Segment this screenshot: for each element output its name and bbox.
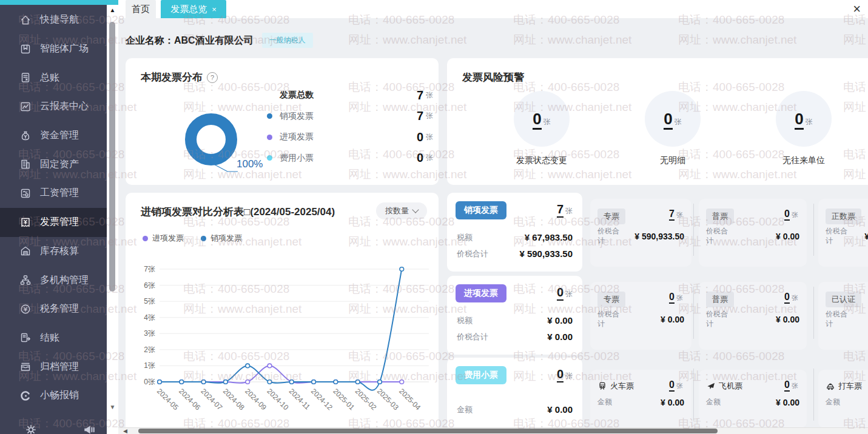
field-value: ¥ 0.00 [547,332,573,342]
legend-row: 销项发票7张 [267,106,433,127]
sidebar-item-archive[interactable]: 归档管理 [0,352,107,381]
risk-count-link[interactable]: 0 [795,110,803,130]
sidebar-item-org[interactable]: 多机构管理 [0,265,107,295]
scroll-left-icon[interactable]: ◀ [123,428,127,434]
vertical-divider [693,204,694,256]
detail-field-value: ¥ 0.00 [776,398,799,407]
mode-dropdown[interactable]: 按数量 [376,202,427,219]
horizontal-scrollbar[interactable]: ◀ [118,427,868,434]
detail-field-value: ¥ 0.00 [776,315,799,324]
summary-main-card: 销项发票7张税额¥ 67,983.50价税合计¥ 590,933.50 [447,193,582,272]
total-label: 发票总数 [280,90,314,101]
detail-field: 金额¥ 0.00 [706,398,799,407]
sidebar-item-assets[interactable]: 固定资产 [0,150,107,179]
summary-count-link[interactable]: 7 [557,202,564,218]
detail-count-link[interactable]: 0 [784,379,790,392]
tab-invoice-overview[interactable]: 发票总览 × [161,0,226,18]
detail-field-value: ¥ 590,933.50 [634,232,684,241]
main-content: 企业名称：ABC酒业有限公司一般纳税人 本期发票分布? 100% 发票总数 7 … [118,18,868,434]
detail-field-label: 价税合计 [597,310,622,329]
risk-label: 无明细 [618,155,727,166]
chart-legend-item[interactable]: 销项发票 [201,233,242,244]
sidebar-item-payroll[interactable]: 工资管理 [0,179,107,208]
summary-count-link[interactable]: 0 [557,367,564,382]
detail-field: 金额 [826,398,868,407]
detail-field-label: 价税合计 [826,310,850,329]
sound-collapse-icon[interactable] [82,423,96,434]
detail-count-link[interactable]: 0 [784,292,790,304]
field-value: ¥ 0.00 [547,404,573,415]
svg-text:0张: 0张 [144,378,155,386]
svg-text:2025-01: 2025-01 [331,387,356,412]
sidebar-item-reimburse[interactable]: 小畅报销 [0,381,107,410]
svg-text:1张: 1张 [144,361,155,370]
detail-field: 金额¥ 0.00 [597,398,684,407]
chart-legend-label: 进项发票 [152,233,184,244]
summary-count-link[interactable]: 0 [557,285,564,301]
sidebar-scrollbar-thumb[interactable] [109,22,115,292]
chart-legend-item[interactable]: 进项发票 [143,233,184,244]
legend-row: 进项发票0张 [267,127,433,148]
horizontal-scrollbar-thumb[interactable] [138,429,718,433]
detail-field-label: 价税合计 [597,227,622,245]
total-unit: 张 [426,90,433,101]
detail-count-unit: 张 [676,211,683,218]
assets-icon [19,158,32,170]
summary-count: 7张 [557,202,573,216]
legend-label: 费用小票 [280,153,314,164]
detail-name-label: 打车票 [838,381,862,392]
summary-field-row: 价税合计¥ 590,933.50 [457,245,573,262]
close-icon[interactable]: × [853,1,861,18]
scroll-up-icon[interactable]: ▲ [107,7,118,13]
risk-count-link[interactable]: 0 [533,110,541,130]
legend-dot [267,113,272,119]
taxpayer-badge: 一般纳税人 [262,33,313,48]
donut-percent-label: 100% [237,158,263,170]
sidebar-item-invoice[interactable]: 发票管理 [0,208,107,237]
detail-count-link[interactable]: 0 [669,292,675,304]
sidebar-item-tax[interactable]: 税务管理 [0,295,107,324]
tab-invoice-overview-label: 发票总览 [170,4,207,15]
scroll-down-icon[interactable]: ▼ [107,404,118,410]
summary-detail-card: 正数票价税合计¥ 590,933.50 [818,199,868,267]
comparison-chart-card: 进销项发票对比分析表□(2024/05-2025/04) 按数量 进项发票销项发… [126,193,439,434]
detail-count-link[interactable]: 0 [669,379,675,392]
sidebar-item-label: 工资管理 [40,187,79,199]
detail-field-value: ¥ 0.00 [661,315,684,324]
risk-count-link[interactable]: 0 [664,110,672,130]
risk-stat-circle: 0张 [776,91,832,147]
detail-field: 价税合计¥ 590,933.50 [826,227,868,245]
summary-main-card: 进项发票0张税额¥ 0.00价税合计¥ 0.00 [447,276,582,355]
tab-home[interactable]: 首页 [126,0,156,18]
sidebar-item-ledger[interactable]: 总账 [0,63,107,92]
detail-count-unit: 张 [792,382,798,389]
total-value: 7 [417,88,423,102]
help-icon[interactable]: ? [207,72,218,83]
detail-count: 7张 [669,209,683,219]
detail-count-link[interactable]: 7 [669,209,675,221]
detail-count: 0张 [784,292,798,302]
sidebar-item-label: 多机构管理 [40,274,89,287]
legend-total-row: 发票总数 7 张 [267,85,433,106]
sidebar-item-home[interactable]: 快捷导航 [0,5,107,35]
detail-count-unit: 张 [792,211,798,218]
sidebar-item-agent[interactable]: 智能体广场 [0,35,107,64]
svg-text:2024-12: 2024-12 [309,387,334,412]
risk-label: 无往来单位 [749,155,858,166]
sidebar-item-report[interactable]: 云报表中心 [0,92,107,121]
settings-gear-icon[interactable] [24,423,38,434]
legend-unit: 张 [426,111,433,121]
risk-count: 0张 [795,110,812,129]
detail-count: 0张 [669,292,683,302]
legend-unit: 张 [426,153,433,163]
detail-count-link[interactable]: 0 [784,209,790,221]
sidebar-scrollbar[interactable]: ▲ ▼ [107,5,118,434]
legend-value: 0 [417,151,423,165]
tab-close-icon[interactable]: × [212,5,217,14]
detail-field-label: 金额 [597,398,622,407]
sidebar-item-inventory[interactable]: 库存核算 [0,237,107,266]
sidebar-item-closing[interactable]: 结账 [0,324,107,353]
sidebar-item-funds[interactable]: 资金管理 [0,121,107,150]
chevron-down-icon [412,206,419,213]
chart-legend: 进项发票销项发票 [143,233,242,244]
